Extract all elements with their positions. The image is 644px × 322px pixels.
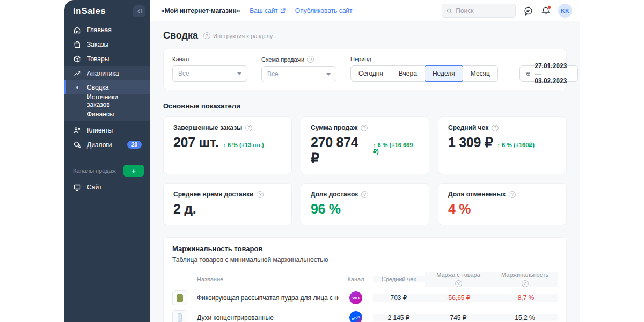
metric-title: Средний чек? xyxy=(448,124,557,131)
question-icon[interactable]: ? xyxy=(492,125,499,131)
metric-value: 96 % xyxy=(311,201,341,217)
sidebar-subitem-order-sources[interactable]: Источники заказов xyxy=(64,94,150,107)
metric-title: Завершенные заказы? xyxy=(173,124,282,131)
metric-value: 1 309 ₽ xyxy=(448,135,493,150)
question-icon[interactable]: ? xyxy=(361,191,368,198)
question-icon[interactable]: ? xyxy=(257,191,264,198)
analytics-chart-icon xyxy=(73,69,82,78)
column-header-channel: Канал xyxy=(339,276,373,282)
sidebar-item-site[interactable]: Сайт xyxy=(64,180,150,194)
sidebar-item-home[interactable]: Главная xyxy=(64,23,150,37)
wildberries-badge: WB xyxy=(349,291,362,304)
period-month-button[interactable]: Месяц xyxy=(463,65,498,82)
sidebar-subitem-label: Финансы xyxy=(87,111,114,118)
period-today-button[interactable]: Сегодня xyxy=(350,65,391,82)
question-icon[interactable]: ? xyxy=(245,125,252,131)
clients-icon xyxy=(73,126,82,135)
topbar: «Мой интернет-магазин» Ваш сайт Опублико… xyxy=(150,0,580,21)
metric-card-completed-orders: Завершенные заказы? 207 шт.↑ 6 % (+13 шт… xyxy=(163,116,292,174)
date-range-picker[interactable]: 31 27.01.2023 — 03.02.2023 xyxy=(519,65,578,82)
metric-title: Среднее время доставки? xyxy=(173,191,282,198)
table-row[interactable]: Фиксирующая рассыпчатая пудра для лица с… xyxy=(164,288,566,308)
sidebar-subitem-label: Источники заказов xyxy=(87,93,142,108)
metric-title: Доля доставок? xyxy=(311,191,419,198)
active-bullet xyxy=(76,86,78,89)
add-channel-button[interactable]: + xyxy=(123,165,144,177)
collapse-arrow-icon xyxy=(136,8,142,14)
metric-trend: ↑ 6 % (+160₽) xyxy=(497,142,535,149)
sidebar-nav: Главная Заказы Товары Аналитика xyxy=(64,23,150,152)
topbar-right: KK xyxy=(442,4,572,18)
column-header-marginality: Маржинальность? xyxy=(492,272,558,287)
avg-check-cell: 703 ₽ xyxy=(373,294,425,302)
instruction-link[interactable]: ? Инструкция к разделу xyxy=(203,32,273,39)
sidebar-item-products[interactable]: Товары xyxy=(64,52,150,66)
channel-cell: WB xyxy=(339,291,373,304)
marginality-table-card: Маржинальность товаров Таблица товаров с… xyxy=(163,237,567,322)
scheme-filter: Схема продажи ? Все xyxy=(261,56,336,82)
site-monitor-icon xyxy=(73,183,82,192)
metric-card-cancelled-share: Доля отмененных? 4 % xyxy=(438,183,567,225)
products-box-icon xyxy=(73,55,82,63)
sidebar-subitem-finances[interactable]: Финансы xyxy=(64,107,150,121)
shop-name: «Мой интернет-магазин» xyxy=(161,7,240,14)
your-site-link[interactable]: Ваш сайт xyxy=(250,7,286,14)
sidebar-item-orders[interactable]: Заказы xyxy=(64,37,150,52)
sidebar-item-label: Клиенты xyxy=(87,127,113,134)
margin-cell: -56,65 ₽ xyxy=(425,294,492,302)
channel-select[interactable]: Все xyxy=(172,65,247,82)
question-icon[interactable]: ? xyxy=(361,125,368,131)
sidebar-item-analytics[interactable]: Аналитика xyxy=(64,66,150,80)
channel-filter-label: Канал xyxy=(172,56,247,62)
sidebar-item-clients[interactable]: Клиенты xyxy=(64,123,150,137)
content-column: «Мой интернет-магазин» Ваш сайт Опублико… xyxy=(150,0,580,322)
scheme-filter-label: Схема продажи ? xyxy=(261,56,336,63)
sidebar-group-analytics: Аналитика Сводка Источники заказов Финан… xyxy=(64,66,150,121)
period-week-button[interactable]: Неделя xyxy=(425,65,463,82)
channel-filter: Канал Все xyxy=(172,56,247,82)
question-icon[interactable]: ? xyxy=(522,280,529,287)
product-thumbnail xyxy=(172,290,197,305)
publish-site-link-label: Опубликовать сайт xyxy=(295,7,353,14)
channel-cell: OZON xyxy=(339,311,373,322)
sidebar-collapse-button[interactable] xyxy=(133,5,145,17)
question-icon: ? xyxy=(203,32,210,39)
support-chat-button[interactable] xyxy=(523,6,533,16)
question-icon[interactable]: ? xyxy=(307,56,314,63)
product-thumbnail xyxy=(172,310,197,322)
notifications-button[interactable] xyxy=(541,6,551,16)
scheme-select[interactable]: Все xyxy=(261,66,336,82)
home-icon xyxy=(73,26,82,34)
channel-select-value: Все xyxy=(178,70,189,77)
sidebar-item-label: Аналитика xyxy=(87,70,119,77)
table-subtitle: Таблица товаров с минимальной маржинальн… xyxy=(172,256,558,264)
question-icon[interactable]: ? xyxy=(509,191,516,198)
publish-site-link[interactable]: Опубликовать сайт xyxy=(295,7,353,14)
dialogs-icon xyxy=(73,141,82,149)
chevron-down-icon xyxy=(237,72,241,75)
period-yesterday-button[interactable]: Вчера xyxy=(391,65,425,82)
metric-trend: ↑ 6 % (+16 669 ₽) xyxy=(373,142,419,155)
table-row[interactable]: Духи концентрированные OZON 2 145 ₽ 745 … xyxy=(164,308,566,322)
sidebar-subitem-summary[interactable]: Сводка xyxy=(64,80,150,94)
metric-value: 2 д. xyxy=(173,201,196,217)
question-icon[interactable]: ? xyxy=(455,280,462,287)
avatar[interactable]: KK xyxy=(558,4,572,18)
insales-logo: inSales xyxy=(73,6,106,17)
page-title: Сводка xyxy=(163,30,198,41)
svg-text:31: 31 xyxy=(528,74,529,75)
column-header-name: Название xyxy=(197,276,339,282)
sidebar: inSales Главная Заказы Товары xyxy=(64,0,150,322)
product-name: Фиксирующая рассыпчатая пудра для лица с… xyxy=(197,294,339,302)
metrics-section-title: Основные показатели xyxy=(163,102,567,110)
ozon-badge: OZON xyxy=(349,311,362,322)
sidebar-item-label: Главная xyxy=(87,26,112,34)
column-header-margin: Маржа с товара? xyxy=(425,272,492,287)
metric-title: Доля отмененных? xyxy=(448,191,557,198)
search-icon xyxy=(447,8,452,14)
product-image xyxy=(177,294,183,302)
search-input[interactable] xyxy=(456,7,511,14)
orders-bag-icon xyxy=(73,40,82,49)
sidebar-item-dialogs[interactable]: Диалоги 20 xyxy=(64,137,150,152)
page-title-row: Сводка ? Инструкция к разделу xyxy=(163,30,567,41)
